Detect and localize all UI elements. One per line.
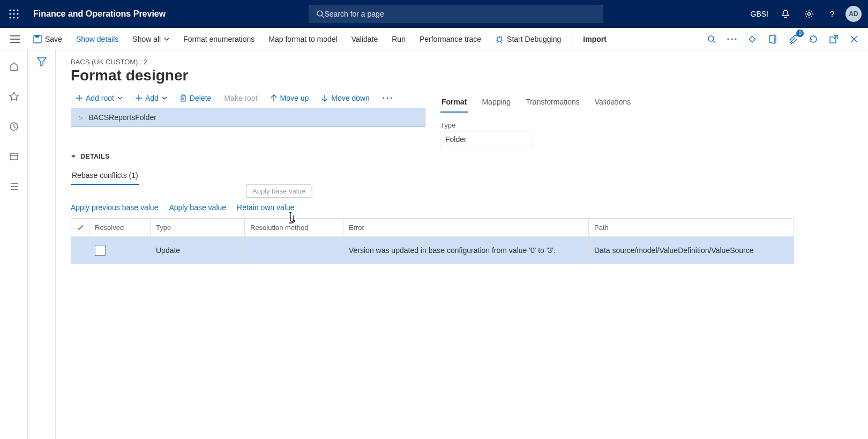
- filter-button[interactable]: [37, 57, 47, 439]
- move-down-button[interactable]: Move down: [316, 92, 375, 105]
- map-format-label: Map format to model: [268, 35, 337, 43]
- retain-own-button[interactable]: Retain own value: [237, 203, 294, 212]
- notifications-button[interactable]: [775, 0, 796, 28]
- global-search[interactable]: [309, 5, 603, 23]
- clock-icon: [9, 122, 19, 131]
- help-button[interactable]: ?: [822, 0, 843, 28]
- plus-icon: [76, 95, 83, 101]
- prop-type-value[interactable]: Folder: [440, 131, 532, 147]
- connector-button[interactable]: [743, 29, 762, 49]
- close-button[interactable]: [844, 29, 864, 49]
- tree-overflow-button[interactable]: [377, 95, 398, 101]
- app-title: Finance and Operations Preview: [28, 9, 166, 19]
- add-button[interactable]: Add: [130, 92, 173, 105]
- col-path[interactable]: Path: [589, 219, 794, 236]
- tab-mapping[interactable]: Mapping: [481, 94, 512, 113]
- delete-label: Delete: [190, 94, 211, 102]
- svg-point-8: [17, 17, 18, 18]
- move-down-label: Move down: [331, 94, 370, 102]
- run-button[interactable]: Run: [385, 32, 412, 47]
- svg-point-19: [708, 36, 714, 41]
- cell-resolved[interactable]: [89, 237, 151, 264]
- rail-favorites[interactable]: [4, 87, 24, 106]
- svg-point-6: [9, 17, 11, 18]
- svg-text:?: ?: [830, 9, 834, 18]
- resolved-checkbox[interactable]: [95, 245, 106, 256]
- svg-point-22: [731, 38, 732, 40]
- show-details-label: Show details: [76, 35, 118, 43]
- expand-icon[interactable]: ▷: [79, 115, 83, 121]
- property-grid: Type Folder: [440, 120, 848, 147]
- perf-trace-button[interactable]: Performance trace: [413, 32, 488, 47]
- svg-point-3: [9, 13, 11, 14]
- rail-home[interactable]: [4, 57, 24, 76]
- start-debug-button[interactable]: Start Debugging: [489, 32, 567, 47]
- search-command-button[interactable]: [702, 29, 721, 49]
- add-root-button[interactable]: Add root: [71, 92, 128, 105]
- search-input[interactable]: [324, 10, 595, 18]
- cell-type: Update: [151, 237, 245, 264]
- chevron-down-icon: [162, 95, 167, 101]
- search-icon: [316, 10, 325, 18]
- workspace-icon: [9, 152, 19, 161]
- svg-point-9: [317, 11, 323, 16]
- apply-base-button[interactable]: Apply base value: [169, 203, 226, 212]
- svg-point-1: [13, 9, 14, 11]
- diamond-icon: [747, 34, 757, 44]
- command-bar: Save Show details Show all Format enumer…: [0, 28, 868, 50]
- app-launcher-button[interactable]: [0, 9, 28, 19]
- question-icon: ?: [828, 9, 837, 19]
- office-button[interactable]: [763, 29, 782, 49]
- prop-type-label: Type: [440, 120, 848, 130]
- show-details-button[interactable]: Show details: [70, 32, 125, 47]
- import-button[interactable]: Import: [577, 32, 613, 47]
- user-avatar[interactable]: AD: [845, 6, 862, 22]
- cell-select[interactable]: [71, 237, 89, 264]
- make-root-label: Make root: [224, 94, 257, 102]
- tab-transformations[interactable]: Transformations: [525, 94, 581, 113]
- svg-point-5: [17, 13, 18, 14]
- svg-point-31: [383, 98, 384, 99]
- tree-node-root[interactable]: ▷ BACSReportsFolder: [71, 108, 425, 127]
- table-row[interactable]: Update Version was updated in base confi…: [71, 237, 794, 264]
- refresh-button[interactable]: [804, 29, 823, 49]
- nav-toggle-button[interactable]: [4, 35, 26, 43]
- col-error[interactable]: Error: [343, 219, 589, 236]
- save-button[interactable]: Save: [27, 32, 69, 47]
- rail-recent[interactable]: [4, 117, 24, 136]
- apply-prev-base-button[interactable]: Apply previous base value: [71, 203, 158, 212]
- col-select[interactable]: [71, 219, 89, 236]
- office-icon: [768, 34, 777, 44]
- delete-button[interactable]: Delete: [175, 92, 216, 105]
- tab-validations[interactable]: Validations: [594, 94, 632, 113]
- attachments-button[interactable]: 0: [783, 29, 803, 49]
- col-resolved[interactable]: Resolved: [89, 219, 151, 236]
- tree-node-label: BACSReportsFolder: [88, 113, 156, 122]
- table-header-row: Resolved Type Resolution method Error Pa…: [71, 219, 794, 237]
- move-up-button[interactable]: Move up: [265, 92, 315, 105]
- company-picker[interactable]: GBSI: [746, 10, 773, 18]
- show-all-dropdown[interactable]: Show all: [126, 32, 176, 47]
- svg-point-2: [17, 9, 18, 11]
- tab-format[interactable]: Format: [440, 94, 468, 113]
- overflow-button[interactable]: [722, 29, 742, 49]
- make-root-button: Make root: [219, 92, 263, 105]
- format-enum-button[interactable]: Format enumerations: [177, 32, 261, 47]
- validate-button[interactable]: Validate: [345, 32, 385, 47]
- paperclip-icon: [789, 34, 797, 44]
- subtab-rebase-conflicts[interactable]: Rebase conflicts (1): [71, 168, 139, 185]
- map-format-button[interactable]: Map format to model: [262, 32, 343, 47]
- details-header[interactable]: DETAILS: [71, 153, 857, 160]
- ellipsis-icon: [383, 97, 392, 99]
- filter-column: [28, 50, 56, 439]
- col-method[interactable]: Resolution method: [245, 219, 343, 236]
- tab-format-label: Format: [442, 98, 467, 106]
- conflict-actions: Apply previous base value Apply base val…: [71, 203, 857, 212]
- popout-button[interactable]: [824, 29, 843, 49]
- tooltip: Apply base value: [246, 184, 311, 198]
- separator: [572, 32, 572, 46]
- col-type[interactable]: Type: [151, 219, 245, 236]
- rail-modules[interactable]: [4, 177, 24, 196]
- rail-workspaces[interactable]: [4, 147, 24, 166]
- settings-button[interactable]: [798, 0, 820, 28]
